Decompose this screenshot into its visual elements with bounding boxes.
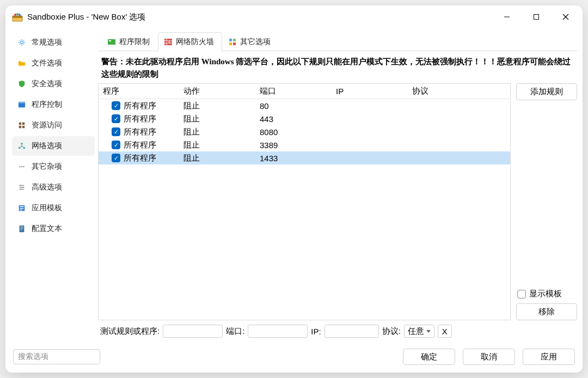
row-action: 阻止 [180, 152, 256, 164]
sidebar-item[interactable]: 高级选项 [12, 178, 95, 197]
sidebar-item[interactable]: 应用模板 [12, 198, 95, 218]
row-ip [333, 105, 409, 107]
test-protocol-value: 任意 [408, 326, 424, 337]
sidebar-item-label: 常规选项 [32, 38, 62, 47]
rules-table[interactable]: 程序 动作 端口 IP 协议 ✓所有程序阻止80✓所有程序阻止443✓所有程序阻… [98, 83, 511, 320]
x-label: X [442, 327, 448, 336]
table-header: 程序 动作 端口 IP 协议 [99, 84, 510, 99]
app-block-icon [107, 38, 116, 46]
row-action: 阻止 [180, 100, 256, 112]
tab-label: 网络防火墙 [176, 37, 214, 47]
row-ip [333, 157, 409, 159]
row-protocol [409, 144, 510, 146]
sidebar-item[interactable]: 程序控制 [12, 95, 95, 114]
shield-icon [17, 80, 26, 88]
remove-button[interactable]: 移除 [516, 303, 577, 320]
sidebar-item-label: 应用模板 [32, 203, 62, 213]
svg-rect-27 [20, 208, 24, 209]
sidebar-item[interactable]: 网络选项 [12, 136, 95, 156]
test-protocol-label: 协议: [382, 326, 401, 337]
row-program: 所有程序 [124, 140, 156, 150]
test-label: 测试规则或程序: [100, 326, 160, 337]
sidebar-item[interactable]: 常规选项 [12, 33, 95, 52]
sidebar-item-label: 配置文本 [32, 224, 62, 234]
svg-rect-13 [22, 123, 24, 125]
sidebar-item[interactable]: 配置文本 [12, 219, 95, 239]
table-row[interactable]: ✓所有程序阻止8080 [99, 125, 510, 138]
row-port: 80 [256, 100, 333, 112]
ok-button[interactable]: 确定 [403, 349, 455, 365]
other-icon [228, 38, 237, 46]
tab[interactable]: 程序限制 [101, 32, 158, 51]
svg-rect-33 [108, 39, 115, 45]
test-port-label: 端口: [226, 326, 244, 337]
close-button[interactable] [553, 8, 578, 26]
row-port: 8080 [256, 126, 333, 138]
table-row[interactable]: ✓所有程序阻止1433 [99, 151, 510, 164]
apply-button[interactable]: 应用 [523, 349, 575, 365]
row-program: 所有程序 [124, 153, 156, 163]
svg-rect-1 [13, 16, 22, 18]
maximize-button[interactable] [524, 8, 549, 26]
content-area: 常规选项文件选项安全选项程序控制资源访问网络选项其它杂项高级选项应用模板配置文本… [5, 28, 583, 343]
sidebar-item[interactable]: 安全选项 [12, 74, 95, 94]
svg-rect-11 [19, 102, 25, 103]
row-protocol [409, 105, 510, 107]
col-ip[interactable]: IP [333, 86, 409, 97]
row-checkbox[interactable]: ✓ [112, 141, 120, 149]
row-checkbox[interactable]: ✓ [112, 154, 120, 162]
test-program-input[interactable] [163, 325, 223, 338]
sidebar-item-label: 程序控制 [32, 100, 62, 109]
row-protocol [409, 157, 510, 159]
test-ip-input[interactable] [324, 325, 379, 338]
sidebar-item[interactable]: 其它杂项 [12, 157, 95, 176]
col-protocol[interactable]: 协议 [409, 85, 510, 97]
titlebar: Sandboxie Plus - 'New Box' 选项 [5, 5, 583, 28]
sidebar-item[interactable]: 文件选项 [12, 53, 95, 73]
table-body: ✓所有程序阻止80✓所有程序阻止443✓所有程序阻止8080✓所有程序阻止338… [99, 99, 510, 320]
row-checkbox[interactable]: ✓ [112, 101, 120, 110]
table-row[interactable]: ✓所有程序阻止80 [99, 99, 510, 112]
show-templates-checkbox[interactable]: 显示模板 [516, 289, 577, 299]
col-port[interactable]: 端口 [256, 85, 333, 97]
svg-point-19 [19, 166, 21, 168]
row-checkbox[interactable]: ✓ [112, 114, 120, 123]
checkbox-icon [517, 290, 526, 298]
sidebar-item-label: 资源访问 [32, 120, 62, 130]
svg-rect-43 [229, 42, 232, 45]
test-clear-button[interactable]: X [438, 325, 452, 338]
test-port-input[interactable] [248, 325, 308, 338]
cancel-button[interactable]: 取消 [463, 349, 515, 365]
search-placeholder: 搜索选项 [18, 352, 48, 362]
row-port: 1433 [256, 153, 333, 164]
test-ip-label: IP: [311, 327, 321, 336]
firewall-icon [164, 38, 173, 46]
table-row[interactable]: ✓所有程序阻止3389 [99, 138, 510, 151]
svg-rect-42 [233, 39, 236, 41]
col-program[interactable]: 程序 [99, 85, 180, 97]
row-program: 所有程序 [124, 101, 156, 111]
svg-rect-14 [19, 126, 21, 128]
row-port: 443 [256, 113, 333, 125]
tab[interactable]: 网络防火墙 [158, 32, 222, 51]
svg-rect-35 [164, 39, 172, 45]
svg-point-21 [23, 166, 24, 168]
tab-label: 其它选项 [240, 37, 271, 47]
app-icon [12, 11, 23, 22]
minimize-button[interactable] [494, 8, 519, 26]
svg-rect-26 [20, 206, 24, 208]
table-row[interactable]: ✓所有程序阻止443 [99, 112, 510, 125]
search-options-input[interactable]: 搜索选项 [13, 349, 100, 364]
resource-icon [17, 121, 26, 130]
col-action[interactable]: 动作 [180, 85, 256, 97]
row-checkbox[interactable]: ✓ [112, 127, 120, 136]
sidebar-item[interactable]: 资源访问 [12, 115, 95, 135]
test-protocol-select[interactable]: 任意 [404, 325, 434, 338]
footer: 搜索选项 确定 取消 应用 [5, 343, 583, 373]
sidebar-item-label: 安全选项 [32, 79, 62, 89]
warning-text: 警告：未在此驱动程序启用 Windows 筛选平台，因此以下规则只能在用户模式下… [98, 51, 577, 83]
folder-icon [17, 59, 26, 68]
tab[interactable]: 其它选项 [222, 32, 279, 51]
add-rule-button[interactable]: 添加规则 [516, 83, 577, 100]
row-protocol [409, 118, 510, 120]
